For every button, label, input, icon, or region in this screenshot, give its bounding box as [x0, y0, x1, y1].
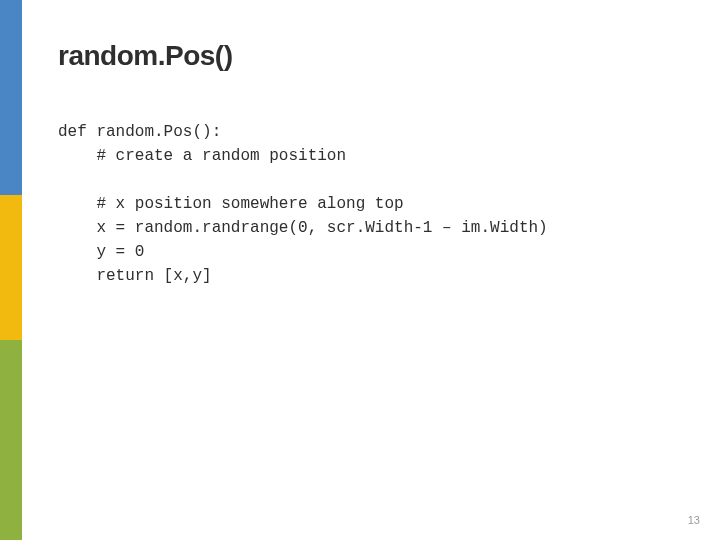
sidebar-color-strip — [0, 0, 22, 540]
code-block: def random.Pos(): # create a random posi… — [58, 120, 690, 288]
slide-content: random.Pos() def random.Pos(): # create … — [58, 40, 690, 288]
page-number: 13 — [688, 514, 700, 526]
sidebar-bar-green — [0, 340, 22, 540]
sidebar-bar-yellow — [0, 195, 22, 340]
sidebar-bar-blue — [0, 0, 22, 195]
slide-title: random.Pos() — [58, 40, 690, 72]
